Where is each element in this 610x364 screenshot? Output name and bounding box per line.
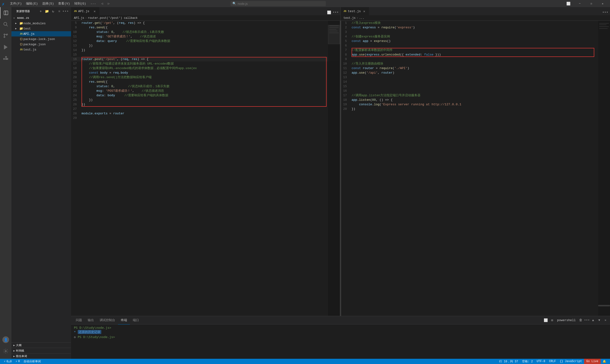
code-line: 2 const express = require('express')	[341, 25, 610, 30]
tab-api-js[interactable]: JS API.js ✕	[71, 7, 100, 15]
statusbar-golive[interactable]: Go Live	[584, 359, 601, 364]
panel-tab-problems[interactable]: 问题	[73, 316, 85, 325]
line-num: 28	[71, 111, 80, 116]
line-content: //导入并注册路由模块	[351, 62, 610, 66]
item-label: package.json	[23, 43, 71, 46]
sidebar-item-package-json[interactable]: {} package.json	[12, 42, 71, 47]
move-down-btn[interactable]: ▼	[597, 318, 602, 323]
new-file-btn[interactable]: +	[38, 9, 43, 14]
statusbar-line-col[interactable]: 行 16，列 37	[497, 359, 520, 364]
errors-count: 0△0	[6, 360, 12, 363]
vocab-header[interactable]: ▶ 陪生单词	[12, 353, 71, 359]
timeline-header[interactable]: ▶ 时间线	[12, 348, 71, 353]
code-line-8: 8 app.use(express.urlencoded({ extended:…	[341, 52, 610, 57]
new-terminal-btn[interactable]: ⊞	[549, 318, 555, 323]
statusbar-notification[interactable]: 🔔	[601, 359, 608, 364]
layout-btn[interactable]: ⬜	[563, 0, 574, 7]
svg-point-4	[4, 34, 5, 35]
item-label: API.js	[23, 32, 71, 36]
global-search-bar[interactable]: 🔍	[230, 1, 326, 6]
maximize-btn[interactable]: ❐	[586, 0, 597, 7]
line-content	[351, 43, 610, 48]
menu-goto[interactable]: 转到(G)	[72, 1, 88, 6]
collapse-btn[interactable]: ≡	[57, 9, 62, 14]
menu-view[interactable]: 查看(V)	[56, 1, 72, 6]
code-line: 15	[71, 52, 340, 57]
menu-file[interactable]: 文件(F)	[8, 1, 24, 6]
line-content: //配置解析表单数据的中间件	[351, 48, 610, 52]
more-btn[interactable]: •••	[333, 10, 338, 15]
sidebar-item-test-js[interactable]: JS test.js	[12, 47, 71, 52]
activity-extensions[interactable]	[0, 53, 12, 64]
panel-tab-terminal[interactable]: 终端	[118, 316, 130, 325]
activity-account[interactable]: 👤	[0, 334, 12, 345]
line-num: 3	[341, 30, 351, 34]
activity-run-debug[interactable]	[0, 41, 12, 53]
outline-header[interactable]: ▶ 大纲	[12, 343, 71, 348]
split-editor-btn[interactable]: ⬜	[326, 10, 332, 15]
nav-forward[interactable]: ▷	[106, 2, 111, 5]
split-terminal-btn[interactable]: ⬜	[543, 318, 548, 323]
warning-icon: ⚡	[15, 360, 17, 363]
line-content	[80, 107, 340, 111]
more-terminal-btn[interactable]: •••	[584, 318, 589, 323]
activity-settings[interactable]	[0, 345, 12, 357]
svg-rect-11	[7, 58, 8, 60]
line-num: 29	[71, 116, 80, 120]
line-content: //调用app.listen方法指定端口号并启动服务器	[351, 93, 610, 98]
activity-search[interactable]	[0, 19, 12, 30]
statusbar-warnings[interactable]: ⚡ 0	[13, 359, 22, 364]
tree-root-nodejs[interactable]: ▾ NODE.JS	[12, 15, 71, 21]
statusbar-encoding[interactable]: UTF-8	[535, 359, 547, 364]
menu-more[interactable]: ...	[88, 1, 98, 6]
sidebar-item-test-folder[interactable]: ▶ 📁 test	[12, 26, 71, 31]
code-line: 5 router.get('/get', (req, res) => {	[71, 21, 340, 25]
move-up-btn[interactable]: ▲	[590, 318, 596, 323]
terminal-content[interactable]: PS D:\Study\node.js> * 还原的历史记录 ◇ PS D:\S…	[71, 325, 610, 359]
close-btn[interactable]: ✕	[597, 0, 608, 7]
line-num: 23	[71, 89, 80, 93]
minimize-btn[interactable]: ─	[574, 0, 585, 7]
line-num: 20	[71, 75, 80, 79]
statusbar-line-ending[interactable]: CRLF	[547, 359, 558, 364]
sidebar-item-api-js[interactable]: JS API.js	[12, 31, 71, 37]
code-line: 27	[71, 107, 340, 111]
sidebar-item-package-lock[interactable]: {} package-lock.json	[12, 37, 71, 42]
line-num: 10	[341, 62, 351, 66]
more-actions-btn[interactable]: •••	[63, 9, 68, 14]
json-icon2: {}	[19, 43, 23, 46]
left-tab-toolbar: ⬜ •••	[326, 10, 340, 15]
right-code-editor[interactable]: 1 //导入express模块 2 const express = requir…	[341, 21, 610, 316]
panel-tab-ports[interactable]: 端口	[130, 316, 142, 325]
tab-close-btn[interactable]: ✕	[93, 9, 96, 13]
menu-select[interactable]: 选择(S)	[40, 1, 56, 6]
left-code-editor[interactable]: 5 router.get('/get', (req, res) => { 9 r…	[71, 21, 340, 316]
statusbar-right: 行 16，列 37 空格: 2 UTF-8 CRLF {} JavaScript…	[497, 359, 608, 364]
activity-source-control[interactable]	[0, 30, 12, 41]
statusbar-spaces[interactable]: 空格: 2	[520, 359, 535, 364]
more-btn2[interactable]: •••	[602, 10, 608, 15]
kill-terminal-btn[interactable]: 🗑	[578, 318, 583, 323]
new-folder-btn[interactable]: 📁	[44, 9, 50, 14]
tab-close-btn2[interactable]: ✕	[362, 9, 366, 13]
line-content: const router = require('./API')	[351, 66, 610, 70]
menu-edit[interactable]: 编辑(E)	[24, 1, 40, 6]
line-num: 5	[71, 21, 80, 25]
timeline-section: ▶ 时间线	[12, 348, 71, 353]
tab-test-js[interactable]: JS test.js ✕	[341, 7, 369, 15]
search-input[interactable]	[238, 2, 324, 5]
statusbar-language[interactable]: {} JavaScript	[558, 359, 584, 364]
breadcrumb-file: API.js	[74, 16, 84, 20]
panel-tab-output[interactable]: 输出	[85, 316, 97, 325]
line-num: 5	[341, 39, 351, 43]
statusbar-autoanalyze[interactable]: 自动分析单词	[22, 359, 43, 364]
close-panel-btn[interactable]: ✕	[603, 318, 608, 323]
sidebar-item-node-modules[interactable]: ▶ 📁 node_modules	[12, 21, 71, 26]
activity-explorer[interactable]	[0, 7, 12, 19]
terminal-panel: 问题 输出 调试控制台 终端 端口 ⬜ ⊞ powershell	[71, 316, 610, 359]
code-line: 28 module.exports = router	[71, 111, 340, 116]
panel-tab-debug-console[interactable]: 调试控制台	[97, 316, 118, 325]
refresh-btn[interactable]: ↻	[51, 9, 56, 14]
nav-back[interactable]: ◁	[100, 2, 105, 5]
statusbar-branch[interactable]: ⚡ 0△0	[2, 359, 13, 364]
